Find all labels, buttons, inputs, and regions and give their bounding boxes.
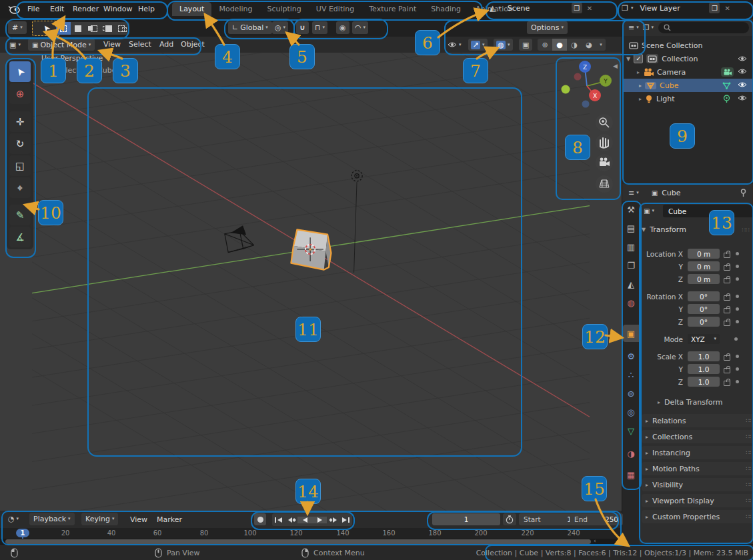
timeline-scrollbar[interactable] <box>5 539 591 544</box>
active-camera-icon[interactable] <box>721 67 734 77</box>
rotation-mode-dropdown[interactable]: XYZ ▾ <box>688 334 720 344</box>
tab-world[interactable]: ◍ <box>624 295 638 310</box>
tool-annotate[interactable]: ✎ <box>9 205 31 225</box>
outliner-row-camera[interactable]: ▸ Camera <box>622 65 753 79</box>
panel-grip[interactable]: ∷∷ <box>746 449 753 456</box>
pivot-point-dropdown[interactable]: ◎ ▾ <box>272 21 288 34</box>
scale-y-field[interactable]: 1.0 <box>688 364 720 374</box>
tab-sculpting[interactable]: Sculpting <box>259 2 308 16</box>
mode-dropdown[interactable]: ▣ Object Mode ▾ <box>28 39 95 51</box>
menu-select[interactable]: Select <box>123 40 157 49</box>
close-icon[interactable]: ✕ <box>585 5 594 12</box>
hide-toggle[interactable] <box>738 81 747 90</box>
tab-output[interactable]: ▥ <box>624 239 638 254</box>
outliner-row-cube-selected[interactable]: ▸ Cube <box>622 79 753 92</box>
lock-icon[interactable] <box>724 355 730 361</box>
animate-dot[interactable] <box>736 277 739 281</box>
animate-dot[interactable] <box>736 307 739 311</box>
location-z-field[interactable]: 0 m <box>688 274 720 284</box>
animate-dot[interactable] <box>734 337 738 341</box>
jump-to-start-button[interactable] <box>272 517 285 523</box>
view-layer-icon[interactable]: ❐ <box>622 5 628 12</box>
expand-icon[interactable]: ▸ <box>639 83 642 89</box>
panel-grip[interactable]: ∷∷ <box>746 481 753 488</box>
tab-layout[interactable]: Layout <box>172 2 211 16</box>
next-keyframe-button[interactable] <box>327 517 339 523</box>
menu-file[interactable]: File <box>21 5 45 13</box>
animate-dot[interactable] <box>736 320 739 323</box>
lock-icon[interactable] <box>724 265 730 271</box>
select-mode-set[interactable] <box>56 22 71 35</box>
tool-scale[interactable]: ◱ <box>9 155 31 176</box>
expand-icon[interactable]: ▸ <box>639 96 642 102</box>
new-scene-button[interactable]: ❐ <box>572 3 582 13</box>
timeline-view-menu[interactable]: View <box>124 515 153 524</box>
outliner-filter-dropdown[interactable]: ❐ ▾ <box>641 21 656 33</box>
tab-view-layer[interactable]: ❐ <box>624 258 638 273</box>
current-frame-field[interactable]: 1 <box>432 513 500 525</box>
keying-menu[interactable]: Keying ▾ <box>81 513 118 525</box>
panel-relations[interactable]: ▸ Relations∷∷ <box>642 414 753 427</box>
animate-dot[interactable] <box>736 252 739 255</box>
chevron-down-icon[interactable]: ▾ <box>498 6 501 11</box>
panel-instancing[interactable]: ▸ Instancing∷∷ <box>642 446 753 459</box>
animate-dot[interactable] <box>736 355 739 358</box>
light-object[interactable] <box>351 171 362 273</box>
animate-dot[interactable] <box>736 265 739 268</box>
close-icon[interactable]: ✕ <box>722 5 732 12</box>
panel-grip[interactable]: ∷∷ <box>746 513 753 520</box>
tab-object-data[interactable]: ▽ <box>624 423 638 438</box>
panel-custom-properties[interactable]: ▸ Custom Properties∷∷ <box>642 510 753 523</box>
lock-icon[interactable] <box>724 295 730 301</box>
chevron-down-icon[interactable]: ▾ <box>631 6 634 11</box>
tab-constraints[interactable]: ◎ <box>624 405 638 419</box>
options-dropdown[interactable]: Options ▾ <box>527 21 568 34</box>
select-mode-extend[interactable] <box>71 22 85 35</box>
viewport-3d[interactable]: User Perspective (1) Collection | Cube ➤… <box>0 53 622 511</box>
panel-motion-paths[interactable]: ▸ Motion Paths∷∷ <box>642 462 753 475</box>
tab-material[interactable]: ◑ <box>624 446 638 461</box>
object-visibility-dropdown[interactable]: ▾ <box>446 39 464 51</box>
scroll-arrow-icon[interactable]: ‹ <box>594 537 596 544</box>
animate-dot[interactable] <box>736 367 739 371</box>
hide-toggle[interactable] <box>738 95 747 103</box>
outliner-row-light[interactable]: ▸ Light <box>622 92 753 105</box>
proportional-falloff-dropdown[interactable]: ◠ ▾ <box>352 21 368 34</box>
pin-icon[interactable] <box>740 189 747 197</box>
lock-icon[interactable] <box>724 321 730 326</box>
tool-move[interactable]: ✛ <box>9 111 31 132</box>
select-mode-invert[interactable] <box>100 22 115 35</box>
scene-icon[interactable]: ◭ <box>490 4 496 12</box>
play-button[interactable] <box>312 517 327 523</box>
sidebar-collapse-arrow[interactable]: ◀ <box>613 63 618 69</box>
object-name-field[interactable]: Cube <box>663 205 753 217</box>
prev-keyframe-button[interactable] <box>285 517 297 523</box>
outliner-display-mode-dropdown[interactable]: ≡ ▾ <box>626 21 641 33</box>
playback-menu[interactable]: Playback ▾ <box>29 513 75 525</box>
timeline-marker-menu[interactable]: Marker <box>151 515 188 524</box>
lock-icon[interactable] <box>724 278 730 283</box>
object-type-dropdown[interactable]: ▣ ▾ <box>642 205 656 217</box>
tool-select-box[interactable]: ➤ <box>9 61 31 82</box>
panel-grip[interactable]: ∷∷ <box>746 497 753 504</box>
panel-grip[interactable]: ∷∷ <box>742 227 750 233</box>
shading-solid-button[interactable]: ● <box>552 39 567 51</box>
animate-dot[interactable] <box>736 380 739 383</box>
lock-icon[interactable] <box>724 253 730 258</box>
lock-icon[interactable] <box>724 381 730 386</box>
tool-rotate[interactable]: ↻ <box>9 133 31 154</box>
timeline-editor-dropdown[interactable]: ◔▾ <box>5 513 21 525</box>
camera-object[interactable] <box>225 226 254 252</box>
auto-keyframe-stopwatch[interactable] <box>503 513 516 525</box>
blender-logo-icon[interactable] <box>8 4 20 17</box>
expand-icon[interactable]: ▼ <box>626 56 630 62</box>
snap-settings-dropdown[interactable]: ⊓ ▾ <box>312 21 327 34</box>
new-view-layer-button[interactable]: ❐ <box>709 3 720 13</box>
jump-to-end-button[interactable] <box>339 517 352 523</box>
rotation-x-field[interactable]: 0° <box>688 291 720 301</box>
tool-transform[interactable]: ⌖ <box>9 177 31 198</box>
snap-toggle[interactable]: ∪ <box>296 21 309 34</box>
panel-visibility[interactable]: ▸ Visibility∷∷ <box>642 478 753 491</box>
location-x-field[interactable]: 0 m <box>688 249 720 259</box>
frame-start-field[interactable]: Start 1 <box>519 513 576 525</box>
